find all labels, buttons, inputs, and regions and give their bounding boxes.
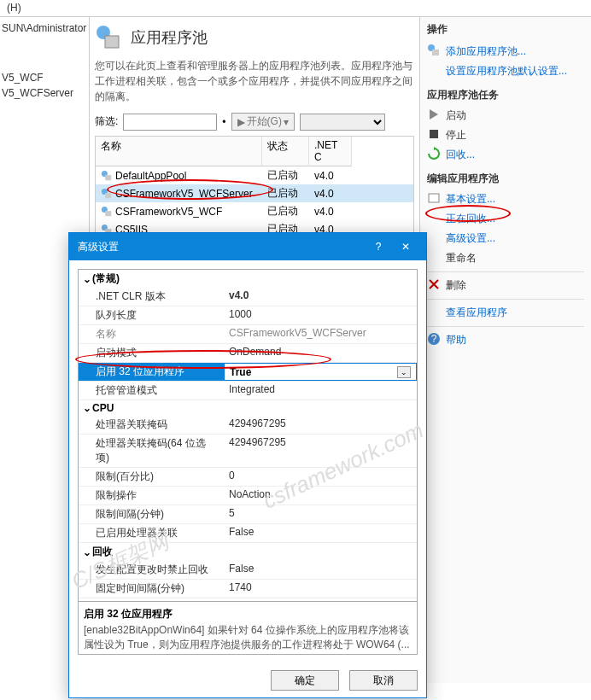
col-state[interactable]: 状态: [262, 137, 309, 166]
category-general[interactable]: ⌄(常规): [79, 270, 417, 288]
svg-text:?: ?: [431, 333, 437, 345]
dialog-buttons: 确定 取消: [69, 663, 426, 697]
actions-panel: 操作 添加应用程序池... 设置应用程序池默认设置... 应用程序池任务 启动 …: [420, 17, 591, 683]
play-icon: [427, 108, 441, 121]
filter-label: 筛选:: [95, 114, 118, 129]
category-cpu[interactable]: ⌄CPU: [79, 400, 417, 416]
desc-body: [enable32BitAppOnWin64] 如果针对 64 位操作系统上的应…: [84, 623, 412, 652]
rename-link[interactable]: 重命名: [427, 248, 584, 268]
advanced-settings-dialog: 高级设置 ? ✕ ⌄(常规) .NET CLR 版本v4.0 队列长度1000 …: [68, 232, 427, 698]
edit-heading: 编辑应用程序池: [427, 172, 584, 186]
view-apps-link[interactable]: 查看应用程序: [427, 303, 584, 323]
tasks-heading: 应用程序池任务: [427, 88, 584, 102]
tree-item[interactable]: V5_WCFServer: [2, 85, 87, 101]
recycling-link[interactable]: 正在回收...: [427, 209, 584, 229]
prop-row[interactable]: 名称CSFrameworkV5_WCFServer: [79, 325, 417, 344]
ok-button[interactable]: 确定: [271, 670, 339, 691]
prop-row[interactable]: 启动模式OnDemand: [79, 344, 417, 363]
prop-row[interactable]: 限制操作NoAction: [79, 487, 417, 505]
help-icon: ?: [427, 332, 441, 346]
group-select[interactable]: [300, 114, 385, 131]
prop-row[interactable]: 发生配置更改时禁止回收False: [79, 561, 417, 580]
start-link[interactable]: 启动: [427, 106, 584, 125]
pool-icon: [101, 188, 113, 200]
help-link[interactable]: ?帮助: [427, 330, 584, 350]
prop-row[interactable]: 限制(百分比)0: [79, 468, 417, 487]
filter-row: 筛选: • ▶开始(G) ▾: [95, 113, 414, 131]
pool-icon: [101, 206, 113, 218]
dropdown-arrow-icon[interactable]: ⌄: [397, 366, 411, 378]
filter-input[interactable]: [123, 114, 217, 131]
prop-row[interactable]: 队列长度1000: [79, 306, 417, 325]
category-recycle[interactable]: ⌄回收: [79, 543, 417, 561]
svg-rect-5: [105, 193, 111, 198]
svg-rect-3: [105, 175, 111, 180]
basic-settings-link[interactable]: 基本设置...: [427, 190, 584, 209]
tree-item[interactable]: SUN\Administrator: [2, 20, 87, 36]
close-button[interactable]: ✕: [394, 238, 418, 255]
property-description: 启用 32 位应用程序 [enable32BitAppOnWin64] 如果针对…: [78, 602, 418, 655]
tree-item[interactable]: V5_WCF: [2, 70, 87, 85]
table-row[interactable]: DefaultAppPool 已启动 v4.0: [96, 166, 413, 184]
pool-icon: [101, 170, 113, 182]
collapse-icon[interactable]: ⌄: [82, 546, 92, 558]
grid-body: DefaultAppPool 已启动 v4.0 CSFrameworkV5_WC…: [95, 166, 414, 239]
prop-row[interactable]: 处理器关联掩码(64 位选项)4294967295: [79, 435, 417, 468]
prop-row[interactable]: 托管管道模式Integrated: [79, 382, 417, 400]
dialog-body: ⌄(常规) .NET CLR 版本v4.0 队列长度1000 名称CSFrame…: [69, 260, 426, 663]
svg-rect-15: [429, 194, 439, 202]
prop-row[interactable]: 已启用处理器关联False: [79, 524, 417, 543]
advanced-settings-link[interactable]: 高级设置...: [427, 229, 584, 248]
prop-row[interactable]: 固定时间间隔(分钟)1740: [79, 580, 417, 598]
svg-rect-7: [105, 211, 111, 216]
prop-row[interactable]: .NET CLR 版本v4.0: [79, 288, 417, 306]
svg-marker-12: [430, 109, 438, 120]
start-button[interactable]: ▶开始(G) ▾: [231, 113, 295, 131]
table-row[interactable]: CSFrameworkV5_WCFServer 已启动 v4.0: [96, 184, 413, 202]
dialog-titlebar[interactable]: 高级设置 ? ✕: [69, 233, 426, 260]
grid-header: 名称 状态 .NET C: [95, 136, 414, 166]
delete-icon: [427, 277, 441, 291]
stop-icon: [427, 127, 441, 141]
svg-rect-11: [432, 50, 439, 55]
help-button[interactable]: ?: [366, 238, 390, 255]
center-header: 应用程序池: [95, 24, 414, 51]
dialog-title: 高级设置: [78, 240, 119, 254]
prop-row[interactable]: 处理器关联掩码4294967295: [79, 416, 417, 435]
col-name[interactable]: 名称: [96, 137, 262, 166]
menu-help[interactable]: (H): [7, 2, 21, 14]
page-title: 应用程序池: [131, 27, 208, 48]
table-row[interactable]: CSFrameworkV5_WCF 已启动 v4.0: [96, 202, 413, 220]
menu-bar: (H): [0, 0, 591, 17]
delete-link[interactable]: 删除: [427, 276, 584, 295]
settings-icon: [427, 191, 441, 205]
collapse-icon[interactable]: ⌄: [82, 273, 92, 285]
app-pool-icon: [95, 24, 122, 51]
recycle-link[interactable]: 回收...: [427, 145, 584, 165]
prop-row-enable32[interactable]: 启用 32 位应用程序True⌄: [79, 363, 417, 382]
property-grid[interactable]: ⌄(常规) .NET CLR 版本v4.0 队列长度1000 名称CSFrame…: [78, 269, 418, 602]
stop-link[interactable]: 停止: [427, 125, 584, 145]
collapse-icon[interactable]: ⌄: [82, 402, 92, 414]
add-pool-link[interactable]: 添加应用程序池...: [427, 42, 584, 61]
page-description: 您可以在此页上查看和管理服务器上的应用程序池列表。应用程序池与工作进程相关联，包…: [95, 58, 414, 104]
defaults-link[interactable]: 设置应用程序池默认设置...: [427, 61, 584, 81]
recycle-icon: [427, 147, 441, 160]
col-net[interactable]: .NET C: [309, 137, 352, 166]
add-icon: [427, 44, 441, 57]
prop-row[interactable]: 限制间隔(分钟)5: [79, 505, 417, 524]
actions-title: 操作: [427, 22, 584, 37]
svg-rect-1: [105, 36, 119, 48]
cancel-button[interactable]: 取消: [349, 670, 418, 691]
svg-rect-13: [430, 130, 438, 138]
desc-title: 启用 32 位应用程序: [84, 607, 412, 621]
